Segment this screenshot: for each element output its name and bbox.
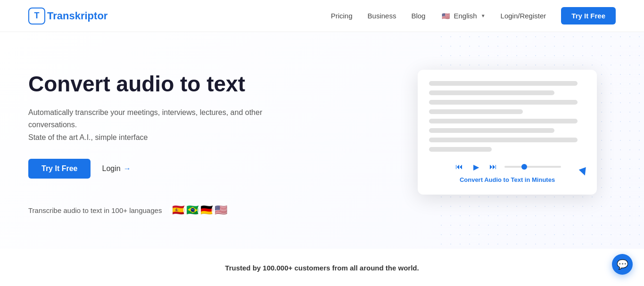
demo-line-2 bbox=[429, 90, 554, 95]
language-selector[interactable]: 🇺🇸 English ▼ bbox=[440, 11, 485, 21]
hero-section: Convert audio to text Automatically tran… bbox=[0, 32, 644, 249]
player-thumb bbox=[521, 164, 527, 170]
us-flag-icon: 🇺🇸 bbox=[440, 11, 451, 21]
nav-business[interactable]: Business bbox=[368, 12, 396, 20]
flag-stack: 🇪🇸 🇧🇷 🇩🇪 🇺🇸 bbox=[169, 201, 230, 219]
hero-subtitle: Automatically transcribe your meetings, … bbox=[28, 106, 292, 131]
logo-text: Transkriptor bbox=[47, 10, 107, 22]
demo-line-8 bbox=[429, 147, 492, 152]
hero-try-free-button[interactable]: Try It Free bbox=[28, 159, 91, 179]
flag-us: 🇺🇸 bbox=[212, 201, 230, 219]
chat-icon: 💬 bbox=[617, 259, 628, 270]
chevron-down-icon: ▼ bbox=[481, 13, 486, 18]
cursor-icon bbox=[579, 167, 589, 177]
trust-bar: Trusted by 100.000+ customers from all a… bbox=[0, 249, 644, 281]
demo-line-5 bbox=[429, 119, 578, 123]
demo-caption: Convert Audio to Text in Minutes bbox=[429, 176, 586, 183]
logo-icon: T bbox=[28, 8, 45, 25]
player-play-icon: ▶ bbox=[471, 161, 482, 172]
trust-text: Trusted by 100.000+ customers from all a… bbox=[28, 264, 616, 272]
demo-line-7 bbox=[429, 138, 578, 142]
demo-audio-player: ⏮ ▶ ⏭ bbox=[429, 161, 586, 172]
header: T Transkriptor Pricing Business Blog 🇺🇸 … bbox=[0, 0, 644, 32]
languages-label: Transcribe audio to text in 100+ languag… bbox=[28, 206, 162, 214]
demo-line-3 bbox=[429, 100, 578, 105]
main-nav: Pricing Business Blog 🇺🇸 English ▼ Login… bbox=[331, 7, 616, 25]
hero-buttons: Try It Free Login → bbox=[28, 159, 292, 179]
hero-left: Convert audio to text Automatically tran… bbox=[28, 71, 292, 219]
player-progress-bar bbox=[504, 166, 561, 168]
player-forward-icon: ⏭ bbox=[487, 161, 499, 172]
demo-line-6 bbox=[429, 128, 554, 133]
logo[interactable]: T Transkriptor bbox=[28, 8, 107, 25]
demo-text-lines bbox=[429, 81, 586, 152]
hero-login-link[interactable]: Login → bbox=[102, 164, 131, 173]
bottom-decoration: ▲ bbox=[0, 281, 644, 286]
nav-blog[interactable]: Blog bbox=[411, 12, 425, 20]
demo-card: ⏮ ▶ ⏭ Convert Audio to Text in Minutes bbox=[418, 70, 597, 195]
login-label: Login bbox=[102, 164, 120, 173]
demo-line-1 bbox=[429, 81, 578, 86]
languages-row: Transcribe audio to text in 100+ languag… bbox=[28, 201, 292, 219]
hero-title: Convert audio to text bbox=[28, 71, 292, 97]
header-try-free-button[interactable]: Try It Free bbox=[561, 7, 616, 25]
hero-tagline: State of the art A.I., simple interface bbox=[28, 133, 292, 142]
demo-line-4 bbox=[429, 109, 523, 114]
language-label: English bbox=[454, 12, 477, 20]
nav-pricing[interactable]: Pricing bbox=[331, 12, 353, 20]
player-back-icon: ⏮ bbox=[454, 161, 465, 172]
arrow-right-icon: → bbox=[124, 164, 131, 173]
chat-widget-button[interactable]: 💬 bbox=[612, 254, 633, 275]
hero-demo-visual: ⏮ ▶ ⏭ Convert Audio to Text in Minutes bbox=[418, 60, 616, 230]
nav-login-register[interactable]: Login/Register bbox=[501, 12, 546, 20]
